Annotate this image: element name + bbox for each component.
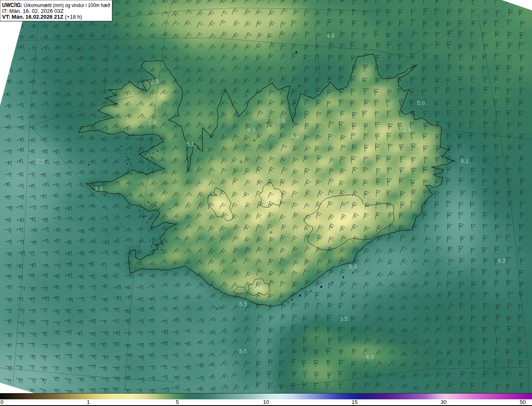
svg-text:15: 15 — [352, 399, 357, 405]
svg-text:2.4: 2.4 — [254, 286, 262, 292]
svg-text:30: 30 — [441, 399, 446, 405]
svg-text:UWC/IG: Úrkomumætti (mm) og vi: UWC/IG: Úrkomumætti (mm) og vindur i 100… — [2, 2, 110, 8]
svg-text:5.6: 5.6 — [239, 348, 247, 355]
svg-text:1: 1 — [87, 399, 90, 405]
svg-text:6.2: 6.2 — [498, 257, 506, 264]
svg-text:2.6: 2.6 — [403, 126, 411, 133]
svg-text:5.5: 5.5 — [239, 301, 247, 307]
svg-text:5.1: 5.1 — [186, 141, 195, 147]
svg-text:4.0: 4.0 — [366, 354, 374, 360]
svg-text:2.8: 2.8 — [151, 78, 159, 85]
svg-text:5.3: 5.3 — [349, 263, 357, 270]
svg-text:5.8: 5.8 — [417, 100, 425, 106]
svg-text:4.5: 4.5 — [247, 127, 256, 133]
svg-text:10: 10 — [263, 399, 269, 405]
svg-text:6.1: 6.1 — [461, 158, 469, 164]
svg-text:7.3: 7.3 — [36, 158, 44, 165]
svg-text:3.9: 3.9 — [94, 186, 103, 192]
svg-text:VT: Mán. 16.02.2026 21Z (+18 h: VT: Mán. 16.02.2026 21Z (+18 h) — [2, 14, 82, 20]
svg-text:4.6: 4.6 — [291, 133, 299, 140]
svg-text:1.4: 1.4 — [341, 205, 350, 211]
svg-text:1.9: 1.9 — [277, 117, 285, 124]
svg-text:5.5: 5.5 — [340, 316, 348, 322]
svg-text:4.9: 4.9 — [326, 32, 335, 39]
svg-text:IT: Mán. 16. 02. 2026 03Z: IT: Mán. 16. 02. 2026 03Z — [2, 8, 64, 14]
svg-text:2.9: 2.9 — [148, 119, 156, 126]
svg-text:50: 50 — [520, 399, 526, 405]
svg-text:5: 5 — [176, 399, 179, 405]
svg-text:1.6: 1.6 — [266, 192, 274, 198]
svg-text:0: 0 — [0, 399, 3, 405]
